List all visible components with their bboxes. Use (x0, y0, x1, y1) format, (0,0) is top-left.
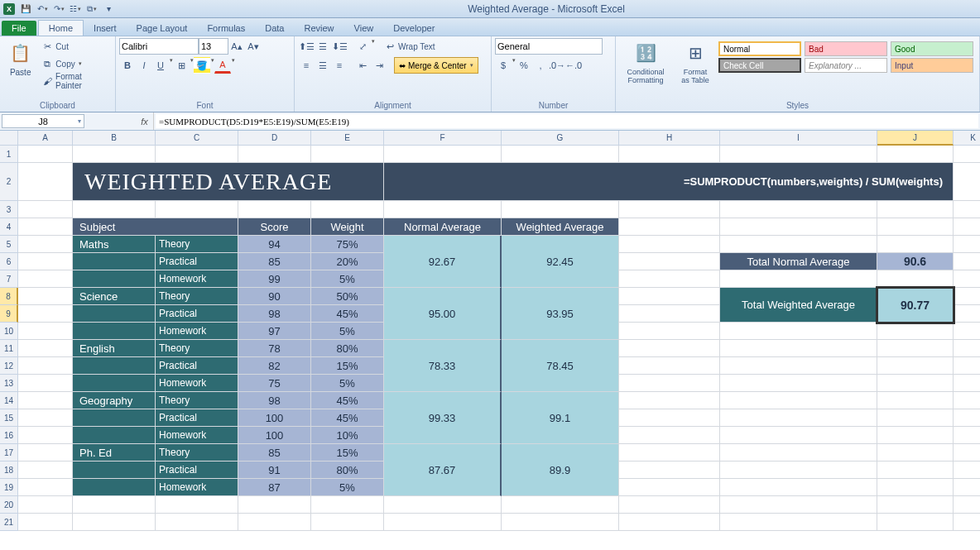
align-right-icon[interactable]: ≡ (331, 57, 348, 74)
cell-A20[interactable] (18, 496, 73, 514)
align-top-icon[interactable]: ⬆☰ (298, 38, 315, 55)
cell-A6[interactable] (18, 253, 73, 270)
cell-H9[interactable] (619, 305, 720, 323)
cell-K16[interactable] (954, 427, 980, 444)
cell-E21[interactable] (311, 514, 384, 531)
qat-extra-2-icon[interactable]: ⧉▾ (84, 2, 99, 17)
cell-H16[interactable] (619, 427, 720, 444)
score[interactable]: 100 (238, 409, 311, 427)
subject-Geography[interactable]: Geography (73, 392, 156, 409)
cell-C21[interactable] (156, 514, 238, 531)
cell-I21[interactable] (720, 514, 877, 531)
cell-H3[interactable] (619, 201, 720, 218)
cell-K8[interactable] (954, 288, 980, 305)
row-header-20[interactable]: 20 (0, 496, 18, 514)
col-header-G[interactable]: G (502, 131, 619, 146)
row-header-3[interactable]: 3 (0, 201, 18, 218)
cell-K18[interactable] (954, 462, 980, 479)
hdr-navg[interactable]: Normal Average (384, 218, 502, 236)
worksheet-grid[interactable]: ABCDEFGHIJK 1234567891011121314151617181… (0, 131, 980, 550)
subject-blank[interactable] (73, 305, 156, 323)
subject-blank[interactable] (73, 409, 156, 427)
cell-J10[interactable] (877, 323, 954, 340)
score[interactable]: 97 (238, 323, 311, 340)
cell-D21[interactable] (238, 514, 311, 531)
file-tab[interactable]: File (2, 21, 36, 36)
percent-icon[interactable]: % (516, 57, 532, 74)
cell-G20[interactable] (502, 496, 619, 514)
cell-K21[interactable] (954, 514, 980, 531)
type-Practical[interactable]: Practical (156, 305, 238, 323)
font-color-button[interactable]: A (214, 57, 231, 74)
align-left-icon[interactable]: ≡ (298, 57, 315, 74)
summary-normal-label[interactable]: Total Normal Average (720, 253, 877, 270)
tab-developer[interactable]: Developer (383, 21, 444, 36)
cell-H8[interactable] (619, 288, 720, 305)
row-header-9[interactable]: 9 (0, 305, 18, 323)
cell-J15[interactable] (877, 409, 954, 427)
cell-J11[interactable] (877, 340, 954, 357)
col-header-C[interactable]: C (156, 131, 238, 146)
cell-H21[interactable] (619, 514, 720, 531)
cell-H11[interactable] (619, 340, 720, 357)
col-header-A[interactable]: A (18, 131, 73, 146)
cell-K1[interactable] (954, 146, 980, 163)
type-Practical[interactable]: Practical (156, 409, 238, 427)
cell-K12[interactable] (954, 357, 980, 375)
weighted-avg[interactable]: 89.9 (502, 444, 619, 496)
weight[interactable]: 10% (311, 427, 384, 444)
cell-G21[interactable] (502, 514, 619, 531)
cell-A7[interactable] (18, 270, 73, 288)
score[interactable]: 91 (238, 462, 311, 479)
cell-G3[interactable] (502, 201, 619, 218)
weight[interactable]: 5% (311, 479, 384, 496)
weight[interactable]: 5% (311, 375, 384, 392)
conditional-formatting-button[interactable]: 🔢 Conditional Formatting (619, 38, 672, 86)
cell-H7[interactable] (619, 270, 720, 288)
col-header-I[interactable]: I (720, 131, 877, 146)
cell-E3[interactable] (311, 201, 384, 218)
subject-Maths[interactable]: Maths (73, 236, 156, 253)
cell-B3[interactable] (73, 201, 156, 218)
col-header-K[interactable]: K (954, 131, 980, 146)
weight[interactable]: 45% (311, 392, 384, 409)
row-header-18[interactable]: 18 (0, 462, 18, 479)
cell-K7[interactable] (954, 270, 980, 288)
weight[interactable]: 45% (311, 305, 384, 323)
cell-B21[interactable] (73, 514, 156, 531)
subject-Ph. Ed[interactable]: Ph. Ed (73, 444, 156, 462)
cell-H12[interactable] (619, 357, 720, 375)
cell-A18[interactable] (18, 462, 73, 479)
cell-J19[interactable] (877, 479, 954, 496)
cell-J16[interactable] (877, 427, 954, 444)
save-icon[interactable]: 💾 (18, 2, 33, 17)
cell-H15[interactable] (619, 409, 720, 427)
align-middle-icon[interactable]: ☰ (315, 38, 331, 55)
cell-A5[interactable] (18, 236, 73, 253)
row-header-8[interactable]: 8 (0, 288, 18, 305)
tab-review[interactable]: Review (294, 21, 343, 36)
qat-customize-icon[interactable]: ▾ (101, 2, 116, 17)
subject-blank[interactable] (73, 427, 156, 444)
weight[interactable]: 45% (311, 409, 384, 427)
type-Theory[interactable]: Theory (156, 288, 238, 305)
decrease-indent-icon[interactable]: ⇤ (354, 57, 371, 74)
score[interactable]: 78 (238, 340, 311, 357)
score[interactable]: 85 (238, 253, 311, 270)
row-header-17[interactable]: 17 (0, 444, 18, 462)
col-header-B[interactable]: B (73, 131, 156, 146)
cell-K9[interactable] (954, 305, 980, 323)
increase-font-icon[interactable]: A▴ (228, 38, 245, 55)
col-header-E[interactable]: E (311, 131, 384, 146)
type-Homework[interactable]: Homework (156, 270, 238, 288)
row-header-7[interactable]: 7 (0, 270, 18, 288)
comma-icon[interactable]: , (532, 57, 549, 74)
cell-A15[interactable] (18, 409, 73, 427)
score[interactable]: 75 (238, 375, 311, 392)
weight[interactable]: 5% (311, 323, 384, 340)
cell-K14[interactable] (954, 392, 980, 409)
cell-H20[interactable] (619, 496, 720, 514)
row-header-11[interactable]: 11 (0, 340, 18, 357)
score[interactable]: 87 (238, 479, 311, 496)
cell-I17[interactable] (720, 444, 877, 462)
